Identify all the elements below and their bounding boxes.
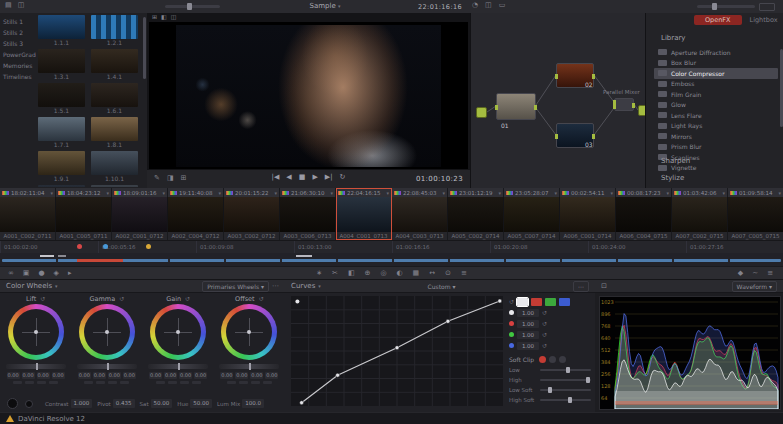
wheel-value[interactable]: 0.00 (123, 372, 136, 379)
sizing-icon[interactable]: ▦ (413, 270, 420, 277)
soft-clip-channel[interactable] (559, 356, 566, 363)
auto-color-icon[interactable]: ◈ (54, 270, 59, 277)
timeline-clip[interactable]: 19:11:40:08 ▾ A002_C004_0712 (168, 188, 224, 240)
play-forward-icon[interactable]: ▸ (68, 270, 72, 277)
fx-list-item[interactable]: Aperture Diffraction (654, 47, 778, 58)
qualifier-icon[interactable]: ⊙ (445, 270, 451, 277)
curve-mode-dropdown[interactable]: Custom ▾ (428, 283, 456, 290)
custom-curve-editor[interactable] (291, 296, 503, 406)
timeline-clip[interactable]: 00:08:17:23 ▾ A006_C004_0715 (616, 188, 672, 240)
clock-icon[interactable]: ◔ (472, 2, 478, 9)
power-window-icon[interactable]: ◧ (348, 270, 355, 277)
scope-mode-dropdown[interactable]: Waveform ▾ (732, 281, 777, 292)
adjustment-value[interactable]: 1.000 (71, 399, 93, 408)
clip-thumbnail[interactable] (616, 197, 672, 232)
reset-icon[interactable]: ↺ (509, 299, 514, 305)
timeline-ruler[interactable]: 01:00:02:0001:00:05:1601:00:09:0801:00:1… (0, 240, 783, 254)
curve-options[interactable]: ⋯ (573, 281, 589, 292)
timeline-clip[interactable]: 18:02:11:04 ▾ A001_C002_0711 (0, 188, 56, 240)
clip-thumbnail[interactable] (56, 197, 112, 232)
timeline-clip[interactable]: 21:06:30:10 ▾ A003_C006_0713 (280, 188, 336, 240)
color-wheel[interactable] (8, 304, 64, 360)
slider-thumb[interactable] (586, 377, 590, 383)
wheel-value[interactable]: 0.00 (194, 372, 207, 379)
mini-timeline[interactable] (0, 253, 783, 266)
clip-thumbnail[interactable] (504, 197, 560, 232)
fx-list-item[interactable]: Emboss (654, 79, 778, 90)
timeline-clip[interactable]: 00:02:54:11 ▾ A006_C001_0714 (560, 188, 616, 240)
adjustment-value[interactable]: 50.00 (151, 399, 173, 408)
gallery-album[interactable]: Memories (0, 60, 36, 71)
timeline-clip[interactable]: 18:09:01:16 ▾ A002_C001_0712 (112, 188, 168, 240)
marker-icon[interactable]: ● (38, 270, 44, 277)
wheel-center-indicator[interactable] (247, 330, 251, 334)
wheel-center-indicator[interactable] (34, 330, 38, 334)
key-icon[interactable]: ◐ (397, 270, 403, 277)
split-screen-icon[interactable]: ◧ (161, 14, 167, 20)
reference-wipe-icon[interactable]: ◫ (171, 14, 177, 20)
wheel-value[interactable]: 0.00 (7, 372, 20, 379)
channel-gain-value[interactable]: 1.00 (517, 320, 539, 328)
color-match-icon[interactable]: ∗ (316, 270, 322, 277)
gallery-still[interactable]: 1.1.1 (38, 15, 85, 47)
fx-list-item[interactable]: Glow (654, 100, 778, 111)
gallery-still[interactable]: 1.9.1 (38, 151, 85, 183)
channel-gain-value[interactable]: 1.00 (517, 309, 539, 317)
wheel-value[interactable]: 0.00 (164, 372, 177, 379)
slider-thumb[interactable] (568, 397, 572, 403)
corrector-node-01[interactable] (496, 93, 536, 120)
wheel-value[interactable]: 0.00 (250, 372, 263, 379)
stop-button[interactable]: ■ (299, 174, 306, 181)
color-wheel[interactable] (221, 304, 277, 360)
reset-icon[interactable]: ↺ (542, 343, 547, 349)
timeline-clip[interactable]: 23:05:28:07 ▾ A005_C007_0714 (504, 188, 560, 240)
gallery-album[interactable]: Timelines (0, 71, 36, 82)
color-wheel[interactable] (150, 304, 206, 360)
clip-thumbnail[interactable] (280, 197, 336, 232)
gallery-still[interactable]: 1.11.1 (38, 185, 85, 187)
adjustment-value[interactable]: 50.00 (190, 399, 212, 408)
gallery-still[interactable]: 1.2.1 (91, 15, 138, 47)
interface-toggle[interactable] (759, 3, 775, 11)
tab-openfx[interactable]: OpenFX (694, 15, 742, 25)
reset-icon[interactable]: ↺ (542, 332, 547, 338)
play-reverse-button[interactable]: ◀ (286, 174, 291, 181)
timeline-clip[interactable]: 22:08:45:03 ▾ A004_C003_0713 (392, 188, 448, 240)
wheel-value[interactable]: 0.00 (265, 372, 278, 379)
wipe-mode-icon[interactable]: ◨ (167, 175, 174, 182)
gallery-album[interactable]: Stills 1 (0, 16, 36, 27)
reset-icon[interactable]: ↺ (542, 310, 547, 316)
palette-menu-icon[interactable]: ≡ (461, 270, 467, 277)
wheel-center-indicator[interactable] (105, 330, 109, 334)
fx-list-item[interactable]: Light Rays (654, 121, 778, 132)
master-wheel[interactable] (148, 364, 208, 369)
timeline-clip[interactable]: 01:09:58:14 ▾ A007_C005_0715 (728, 188, 783, 240)
gallery-still[interactable]: 1.10.1 (91, 151, 138, 183)
gallery-still[interactable]: 1.4.1 (91, 49, 138, 81)
master-wheel[interactable] (77, 364, 137, 369)
reset-icon[interactable]: ↺ (119, 296, 124, 302)
timeline-clip[interactable]: 01:03:42:06 ▾ A007_C002_0715 (672, 188, 728, 240)
parallel-mixer-node[interactable] (614, 98, 634, 111)
spline-icon[interactable]: ~ (752, 270, 758, 277)
zoom-slider[interactable] (697, 5, 755, 8)
fx-category[interactable]: Sharpen (661, 157, 690, 165)
play-button[interactable]: ▶ (312, 174, 317, 181)
still-size-slider[interactable] (165, 5, 220, 8)
wheel-value[interactable]: 0.00 (108, 372, 121, 379)
stereo-icon[interactable]: ↔ (429, 270, 435, 277)
chevron-down-icon[interactable]: ▾ (55, 283, 58, 289)
soft-clip-channel-all[interactable] (539, 356, 546, 363)
clip-thumbnail[interactable] (672, 197, 728, 232)
grid-icon[interactable]: ⊞ (181, 175, 187, 182)
reset-icon[interactable]: ↺ (185, 296, 190, 302)
gallery-scrollbar[interactable] (143, 17, 146, 79)
fx-list-item[interactable]: Mirrors (654, 131, 778, 142)
master-wheel[interactable] (219, 364, 279, 369)
soft-clip-channel[interactable] (549, 356, 556, 363)
dual-viewer-icon[interactable]: ◫ (485, 2, 492, 9)
adjustment-value[interactable]: 100.0 (242, 399, 264, 408)
fx-list-item[interactable]: Lens Flare (654, 110, 778, 121)
reset-icon[interactable]: ↺ (40, 296, 45, 302)
panel-toggle-icon[interactable]: ◫ (18, 2, 25, 9)
